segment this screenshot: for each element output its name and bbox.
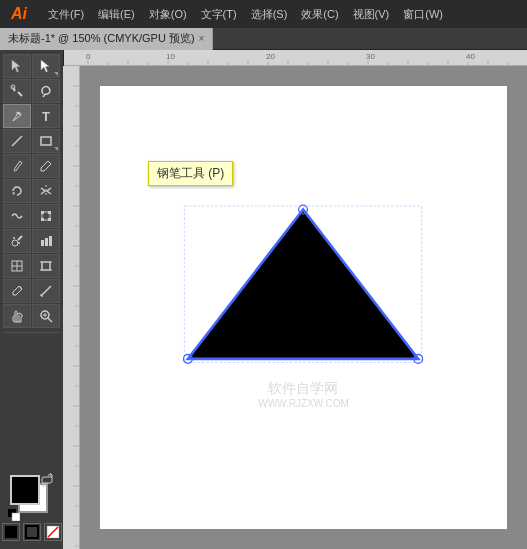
free-transform-tool[interactable]: [32, 204, 60, 228]
color-swatches: [10, 475, 54, 519]
color-section: [0, 471, 63, 545]
tool-row-3: T: [0, 104, 63, 128]
color-modes: [2, 523, 62, 541]
artboard-tool[interactable]: [32, 254, 60, 278]
svg-point-6: [17, 112, 20, 115]
svg-marker-0: [12, 60, 20, 72]
svg-rect-13: [48, 211, 51, 214]
menu-bar: Ai 文件(F) 编辑(E) 对象(O) 文字(T) 选择(S) 效果(C) 视…: [0, 0, 527, 28]
svg-rect-15: [48, 218, 51, 221]
menu-edit[interactable]: 编辑(E): [92, 5, 141, 24]
document-tab[interactable]: 未标题-1* @ 150% (CMYK/GPU 预览) ×: [0, 28, 213, 50]
svg-point-16: [12, 240, 18, 246]
slice-tool[interactable]: [3, 254, 31, 278]
swap-colors-button[interactable]: [40, 473, 56, 489]
svg-line-36: [48, 318, 52, 322]
menu-view[interactable]: 视图(V): [347, 5, 396, 24]
svg-rect-74: [63, 66, 79, 549]
svg-rect-22: [49, 236, 52, 246]
horizontal-ruler: 0 10 20 30 40: [64, 50, 527, 66]
svg-text:0: 0: [86, 52, 91, 61]
lasso-tool[interactable]: [32, 79, 60, 103]
tool-row-4: [0, 129, 63, 153]
zoom-tool[interactable]: [32, 304, 60, 328]
menu-text[interactable]: 文字(T): [195, 5, 243, 24]
svg-line-17: [18, 236, 22, 240]
menu-file[interactable]: 文件(F): [42, 5, 90, 24]
rect-tool[interactable]: [32, 129, 60, 153]
warp-tool[interactable]: [3, 204, 31, 228]
measure-tool[interactable]: [32, 279, 60, 303]
svg-rect-12: [41, 211, 44, 214]
canvas-with-rulers: 0 10 20 30 40: [64, 50, 527, 549]
canvas-row: 软件自学网 WWW.RJZXW.COM 钢笔工具 (P): [64, 66, 527, 549]
svg-marker-9: [12, 192, 15, 195]
reflect-tool[interactable]: [32, 179, 60, 203]
tool-row-6: [0, 179, 63, 203]
rotate-tool[interactable]: [3, 179, 31, 203]
svg-line-2: [18, 92, 22, 96]
selection-tool[interactable]: [3, 54, 31, 78]
svg-rect-21: [45, 238, 48, 246]
pencil-tool[interactable]: [32, 154, 60, 178]
fill-color-button[interactable]: [2, 523, 20, 541]
line-tool[interactable]: [3, 129, 31, 153]
svg-line-7: [12, 136, 22, 146]
tab-close-button[interactable]: ×: [199, 33, 205, 44]
paintbrush-tool[interactable]: [3, 154, 31, 178]
svg-text:30: 30: [366, 52, 375, 61]
menu-window[interactable]: 窗口(W): [397, 5, 449, 24]
svg-rect-26: [42, 262, 50, 270]
svg-text:10: 10: [166, 52, 175, 61]
svg-line-5: [43, 94, 45, 97]
svg-text:20: 20: [266, 52, 275, 61]
pen-tool-tooltip: 钢笔工具 (P): [148, 161, 233, 186]
hand-tool[interactable]: [3, 304, 31, 328]
symbol-sprayer-tool[interactable]: [3, 229, 31, 253]
app-logo: Ai: [4, 5, 34, 23]
toolbar: T: [0, 50, 64, 549]
direct-selection-tool[interactable]: [32, 54, 60, 78]
svg-point-31: [20, 287, 22, 289]
tool-row-10: [0, 279, 63, 303]
menu-items: 文件(F) 编辑(E) 对象(O) 文字(T) 选择(S) 效果(C) 视图(V…: [42, 5, 449, 24]
svg-marker-1: [41, 60, 49, 72]
stroke-color-button[interactable]: [23, 523, 41, 541]
default-colors-icon: [8, 509, 20, 521]
eyedropper-tool[interactable]: [3, 279, 31, 303]
svg-rect-40: [12, 513, 20, 521]
svg-point-18: [13, 237, 15, 239]
artwork-canvas: [100, 86, 507, 529]
tool-row-5: [0, 154, 63, 178]
canvas-document: 软件自学网 WWW.RJZXW.COM: [100, 86, 507, 529]
svg-rect-8: [41, 137, 51, 145]
tab-bar: 未标题-1* @ 150% (CMYK/GPU 预览) ×: [0, 28, 527, 50]
tool-row-2: [0, 79, 63, 103]
menu-object[interactable]: 对象(O): [143, 5, 193, 24]
tool-row-9: [0, 254, 63, 278]
vertical-ruler: [64, 66, 80, 549]
triangle-shape: [188, 209, 418, 358]
main-layout: T: [0, 50, 527, 549]
toolbar-divider: [5, 332, 59, 333]
svg-rect-20: [41, 240, 44, 246]
tool-row-7: [0, 204, 63, 228]
tool-row-11: [0, 304, 63, 328]
canvas-area[interactable]: 软件自学网 WWW.RJZXW.COM 钢笔工具 (P): [80, 66, 527, 549]
svg-point-19: [18, 242, 20, 244]
type-tool[interactable]: T: [32, 104, 60, 128]
svg-rect-41: [5, 526, 17, 538]
svg-rect-45: [68, 50, 527, 66]
menu-effect[interactable]: 效果(C): [295, 5, 344, 24]
svg-rect-14: [41, 218, 44, 221]
tool-row-1: [0, 54, 63, 78]
svg-rect-42: [26, 526, 38, 538]
tool-row-8: [0, 229, 63, 253]
menu-select[interactable]: 选择(S): [245, 5, 294, 24]
magic-wand-tool[interactable]: [3, 79, 31, 103]
column-graph-tool[interactable]: [32, 229, 60, 253]
none-color-button[interactable]: [44, 523, 62, 541]
svg-text:40: 40: [466, 52, 475, 61]
foreground-color-swatch[interactable]: [10, 475, 40, 505]
pen-tool[interactable]: [3, 104, 31, 128]
